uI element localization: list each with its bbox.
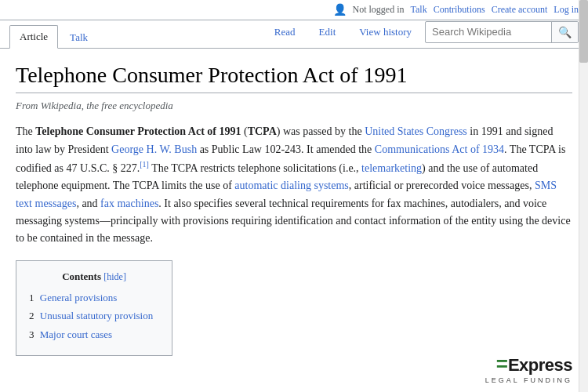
page-subtitle: From Wikipedia, the free encyclopedia (16, 100, 572, 112)
rest3: as Public Law 102-243. It amended the (197, 143, 375, 155)
intro-text: The (16, 125, 35, 137)
page-title: Telephone Consumer Protection Act of 199… (16, 61, 572, 93)
scroll-thumb[interactable] (579, 0, 588, 63)
express-sub-text: LEGAL FUNDING (485, 376, 572, 384)
fax-link[interactable]: fax machines (100, 198, 158, 209)
scrollbar[interactable] (579, 0, 588, 392)
log-in-link[interactable]: Log in (554, 4, 579, 16)
rest7: , artificial or prerecorded voice messag… (349, 180, 535, 191)
tabs-left: Article Talk (9, 24, 98, 48)
intro-paragraph: The Telephone Consumer Protection Act of… (16, 123, 572, 247)
not-logged-in-text: Not logged in (353, 4, 405, 16)
toc-item-3: 3 Major court cases (29, 327, 159, 343)
toc-num-2: 2 (29, 310, 34, 321)
search-input[interactable] (426, 23, 551, 41)
paren-open: ( (241, 125, 248, 137)
tab-view-history[interactable]: View history (349, 20, 422, 43)
rest1: ) was passed by the (277, 125, 365, 137)
cite-1: [1] (140, 160, 149, 169)
user-icon: 👤 (333, 3, 347, 16)
rest5: The TCPA restricts telephone solicitatio… (149, 162, 361, 174)
article-body: The Telephone Consumer Protection Act of… (16, 123, 572, 356)
tab-actions: Read Edit View history 🔍 (264, 20, 579, 48)
tab-talk[interactable]: Talk (60, 26, 98, 49)
content-area: Telephone Consumer Protection Act of 199… (0, 49, 588, 368)
tab-edit[interactable]: Edit (309, 20, 347, 43)
toc-link-3[interactable]: Major court cases (40, 328, 112, 340)
cite-1-link[interactable]: [1] (140, 160, 149, 169)
toc-hide-button[interactable]: [hide] (103, 271, 126, 282)
express-e-icon: = (496, 352, 508, 376)
express-brand-text: Express (508, 355, 572, 375)
top-bar-right: 👤 Not logged in Talk Contributions Creat… (333, 3, 579, 20)
toc-num-3: 3 (29, 328, 34, 340)
tab-article[interactable]: Article (9, 25, 58, 49)
toc-item-2: 2 Unusual statutory provision (29, 308, 159, 325)
tab-read[interactable]: Read (264, 20, 306, 43)
create-account-link[interactable]: Create account (492, 4, 548, 16)
toc-num-1: 1 (29, 292, 34, 303)
auto-dial-link[interactable]: automatic dialing systems (234, 180, 348, 191)
toc-label: Contents (62, 270, 101, 282)
tab-bar: Article Talk Read Edit View history 🔍 (0, 20, 588, 49)
act-name-bold: Telephone Consumer Protection Act of 199… (35, 125, 241, 137)
table-of-contents: Contents [hide] 1 General provisions 2 U… (16, 260, 172, 356)
toc-title: Contents [hide] (29, 269, 159, 285)
search-button[interactable]: 🔍 (551, 22, 578, 42)
toc-link-2[interactable]: Unusual statutory provision (40, 310, 153, 321)
talk-link[interactable]: Talk (411, 4, 427, 16)
congress-link[interactable]: United States Congress (365, 125, 467, 137)
express-logo: =Express LEGAL FUNDING (485, 352, 572, 384)
bush-link[interactable]: George H. W. Bush (111, 143, 197, 155)
express-brand-line: =Express (485, 352, 572, 376)
search-box: 🔍 (425, 21, 579, 43)
toc-link-1[interactable]: General provisions (40, 292, 118, 303)
rest8: , and (76, 198, 100, 209)
top-bar: 👤 Not logged in Talk Contributions Creat… (0, 0, 588, 20)
toc-item-1: 1 General provisions (29, 290, 159, 307)
contributions-link[interactable]: Contributions (434, 4, 485, 16)
tcpa-abbrev: TCPA (248, 125, 277, 137)
comm-act-link[interactable]: Communications Act of 1934 (375, 143, 504, 155)
telemarketing-link[interactable]: telemarketing (361, 162, 422, 174)
